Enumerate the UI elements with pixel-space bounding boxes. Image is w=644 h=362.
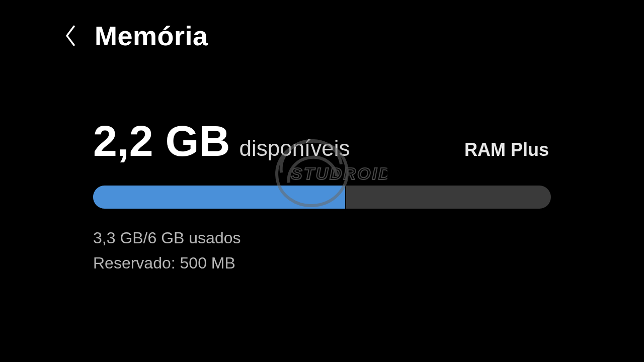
chevron-left-icon — [63, 24, 77, 48]
usage-bar-track — [93, 186, 551, 209]
available-label: disponíveis — [239, 136, 350, 161]
usage-bar-divider — [345, 186, 346, 209]
memory-settings-screen: Memória 2,2 GB disponíveis RAM Plus 3,3 … — [0, 0, 644, 362]
page-title: Memória — [95, 20, 208, 51]
back-button[interactable] — [55, 21, 86, 51]
available-value: 2,2 GB — [93, 119, 230, 162]
content-area: 2,2 GB disponíveis RAM Plus 3,3 GB/6 GB … — [0, 119, 644, 276]
used-text: 3,3 GB/6 GB usados — [93, 226, 551, 251]
reserved-text: Reservado: 500 MB — [93, 251, 551, 276]
header: Memória — [0, 20, 644, 51]
usage-bar-fill — [93, 186, 345, 209]
available-memory: 2,2 GB disponíveis — [93, 119, 350, 162]
usage-bar-container — [93, 186, 551, 209]
usage-stats: 3,3 GB/6 GB usados Reservado: 500 MB — [93, 226, 551, 276]
ram-plus-link[interactable]: RAM Plus — [464, 139, 551, 160]
available-row: 2,2 GB disponíveis RAM Plus — [93, 119, 551, 162]
